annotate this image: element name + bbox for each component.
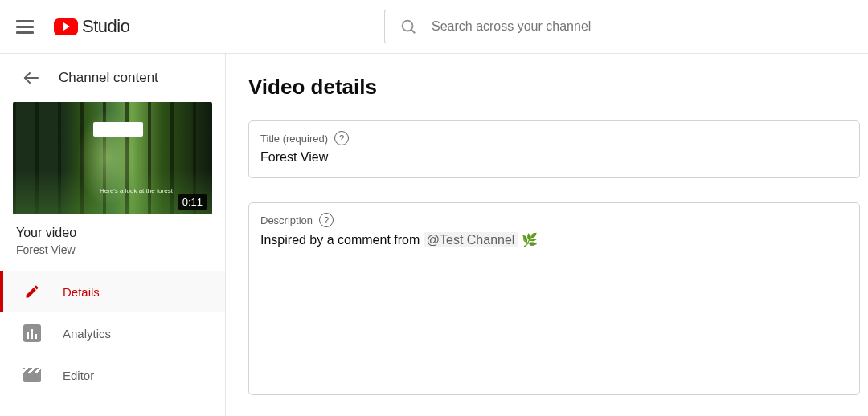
help-icon[interactable]: ? [334, 131, 349, 145]
video-duration-badge: 0:11 [178, 194, 207, 210]
sidebar-item-label: Details [63, 285, 100, 299]
description-field[interactable]: Description ? Inspired by a comment from… [248, 202, 860, 395]
thumbnail-overlay-card [93, 122, 143, 137]
help-icon[interactable]: ? [319, 213, 334, 227]
title-field-label: Title (required) [260, 133, 328, 145]
logo-text: Studio [82, 16, 129, 37]
your-video-heading: Your video [16, 226, 209, 240]
app-header: Studio [0, 0, 868, 54]
svg-line-1 [411, 30, 416, 34]
sidebar-item-label: Analytics [63, 327, 111, 341]
sidebar-item-editor[interactable]: Editor [0, 354, 225, 396]
search-icon [399, 18, 417, 35]
back-arrow-icon[interactable] [22, 68, 41, 88]
hamburger-menu-icon[interactable] [16, 20, 34, 34]
sidebar-item-label: Editor [63, 369, 94, 382]
sidebar-item-details[interactable]: Details [0, 271, 225, 312]
svg-point-0 [403, 21, 413, 31]
video-title-sidebar: Forest View [16, 243, 209, 256]
analytics-icon [23, 324, 42, 343]
pencil-icon [23, 282, 42, 301]
sidebar-title: Channel content [59, 70, 158, 86]
thumbnail-caption: Here's a look at the forest [100, 187, 173, 195]
main-content: Video details Title (required) ? Forest … [226, 54, 868, 416]
clapperboard-icon [23, 365, 42, 385]
leaf-emoji: 🌿 [522, 233, 538, 247]
video-thumbnail[interactable]: Here's a look at the forest 0:11 [13, 102, 212, 214]
youtube-play-icon [54, 18, 78, 35]
title-field-value[interactable]: Forest View [260, 150, 848, 165]
description-field-label: Description [260, 214, 313, 226]
search-bar[interactable] [384, 10, 852, 43]
mention-chip[interactable]: @Test Channel [424, 232, 518, 247]
title-field[interactable]: Title (required) ? Forest View [248, 120, 860, 178]
sidebar-item-analytics[interactable]: Analytics [0, 312, 225, 354]
page-title: Video details [248, 75, 860, 100]
search-input[interactable] [432, 19, 837, 34]
description-field-value[interactable]: Inspired by a comment from @Test Channel… [260, 232, 848, 247]
youtube-studio-logo[interactable]: Studio [54, 16, 129, 37]
sidebar: Channel content Here's a look at the for… [0, 54, 226, 416]
